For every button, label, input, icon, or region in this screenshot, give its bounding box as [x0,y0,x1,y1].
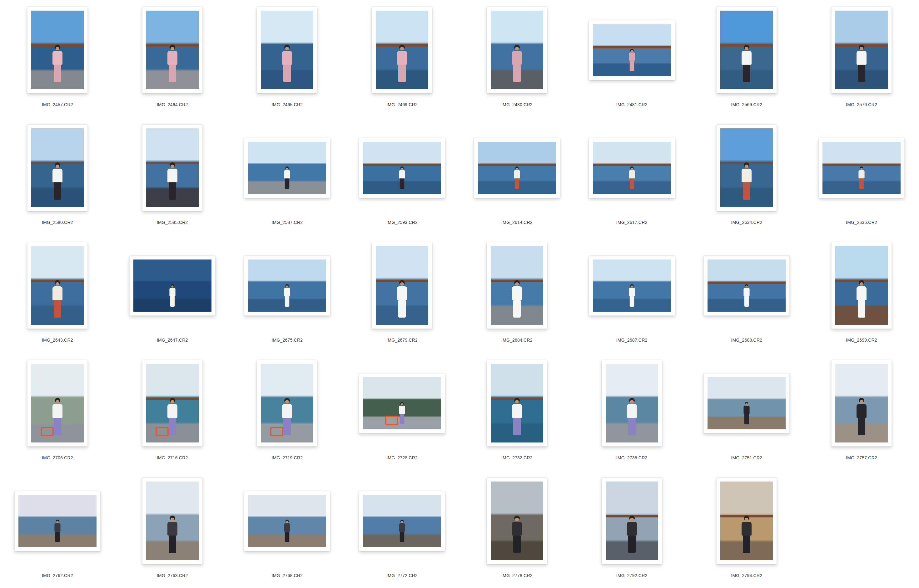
photo-thumbnail[interactable]: IMG_2736.CR2 [574,355,689,473]
thumbnail-area [142,2,203,98]
photo-frame [244,138,330,198]
person-top [856,404,867,418]
photo-thumbnail[interactable]: IMG_2614.CR2 [460,120,574,237]
photo-thumbnail[interactable]: IMG_2751.CR2 [689,355,804,473]
photo-thumbnail[interactable]: IMG_2580.CR2 [0,120,115,237]
photo-placeholder [261,11,313,89]
person-silhouette [512,515,522,553]
photo-thumbnail[interactable]: IMG_2576.CR2 [804,2,919,120]
photo-thumbnail[interactable]: IMG_2634.CR2 [689,120,804,237]
thumbnail-area [589,120,675,216]
photo-thumbnail[interactable]: IMG_2687.CR2 [574,237,689,355]
photo-thumbnail[interactable]: IMG_2768.CR2 [230,473,345,588]
thumbnail-area [487,473,547,569]
filename-label: IMG_2792.CR2 [616,573,647,578]
person-silhouette [627,398,637,435]
photo-thumbnail[interactable]: IMG_2636.CR2 [804,120,919,237]
photo-thumbnail[interactable]: IMG_2732.CR2 [460,355,574,473]
person-bottom [169,65,176,82]
photo-thumbnail[interactable]: IMG_2481.CR2 [574,2,689,120]
person-top [512,286,522,300]
thumbnail-area [819,120,904,216]
photo-thumbnail[interactable]: IMG_2772.CR2 [345,473,460,588]
photo-thumbnail[interactable]: IMG_2465.CR2 [230,2,345,120]
filename-label: IMG_2647.CR2 [157,338,188,342]
photo-thumbnail[interactable]: IMG_2469.CR2 [345,2,460,120]
photo-thumbnail[interactable]: IMG_2719.CR2 [230,355,345,473]
person-top [741,51,752,65]
person-silhouette [512,280,522,318]
photo-thumbnail[interactable]: IMG_2464.CR2 [115,2,230,120]
person-head [56,400,59,404]
thumbnail-area [831,355,892,451]
person-top [284,523,290,531]
thumbnail-area [244,473,330,569]
thumbnail-area [257,2,317,98]
photo-thumbnail[interactable]: IMG_2480.CR2 [460,2,574,120]
photo-thumbnail[interactable]: IMG_2699.CR2 [804,237,919,355]
person-top [397,51,407,65]
photo-thumbnail[interactable]: IMG_2587.CR2 [230,120,345,237]
photo-placeholder [835,11,888,89]
photo-thumbnail[interactable]: IMG_2647.CR2 [115,237,230,355]
photo-thumbnail[interactable]: IMG_2688.CR2 [689,237,804,355]
filename-label: IMG_2636.CR2 [846,220,877,225]
person-head [56,47,59,50]
photo-thumbnail[interactable]: IMG_2457.CR2 [0,2,115,120]
photo-placeholder [593,24,671,76]
photo-thumbnail[interactable]: IMG_2569.CR2 [689,2,804,120]
photo-thumbnail[interactable]: IMG_2593.CR2 [345,120,460,237]
person-top [399,170,405,178]
person-bottom [169,183,176,200]
thumbnail-area [244,120,330,216]
person-silhouette [284,166,290,189]
thumbnail-area [27,355,88,451]
photo-thumbnail[interactable]: IMG_2585.CR2 [115,120,230,237]
person-bottom [398,300,406,318]
photo-thumbnail[interactable]: IMG_2757.CR2 [804,355,919,473]
person-head [286,521,288,523]
person-top [167,404,178,418]
thumbnail-area [487,237,547,333]
person-head [630,400,634,404]
bicycle-accent [385,416,398,425]
photo-placeholder [491,364,543,443]
photo-placeholder [835,246,888,325]
photo-thumbnail[interactable]: IMG_2763.CR2 [115,473,230,588]
photo-thumbnail[interactable]: IMG_2778.CR2 [460,473,574,588]
photo-thumbnail[interactable]: IMG_2716.CR2 [115,355,230,473]
person-silhouette [284,284,290,307]
person-head [746,286,748,288]
person-bottom [628,418,636,435]
photo-thumbnail[interactable]: IMG_2675.CR2 [230,237,345,355]
person-top [167,169,178,183]
person-silhouette [167,398,178,435]
photo-thumbnail[interactable]: IMG_2762.CR2 [0,473,115,588]
person-top [512,522,522,536]
photo-frame [487,477,547,564]
person-bottom [743,65,750,82]
person-silhouette [741,162,752,200]
filename-label: IMG_2719.CR2 [272,455,303,460]
photo-frame [15,491,100,551]
person-head [56,165,59,168]
photo-thumbnail[interactable]: IMG_2617.CR2 [574,120,689,237]
photo-thumbnail[interactable]: IMG_2643.CR2 [0,237,115,355]
photo-thumbnail[interactable]: IMG_2684.CR2 [460,237,574,355]
photo-thumbnail[interactable]: IMG_2792.CR2 [574,473,689,588]
person-head [745,47,748,50]
photo-thumbnail[interactable]: IMG_2794.CR2 [689,473,804,588]
thumbnail-area [27,237,88,333]
photo-frame [27,360,88,447]
photo-thumbnail[interactable]: IMG_2679.CR2 [345,237,460,355]
person-head [56,521,58,523]
photo-thumbnail[interactable]: IMG_2706.CR2 [0,355,115,473]
person-silhouette [629,284,635,307]
photo-thumbnail[interactable]: IMG_2728.CR2 [345,355,460,473]
photo-frame [129,255,215,316]
photo-frame [142,360,203,447]
person-top [169,288,175,296]
filename-label: IMG_2643.CR2 [42,338,73,342]
photo-placeholder [133,260,212,312]
person-bottom [400,532,404,543]
